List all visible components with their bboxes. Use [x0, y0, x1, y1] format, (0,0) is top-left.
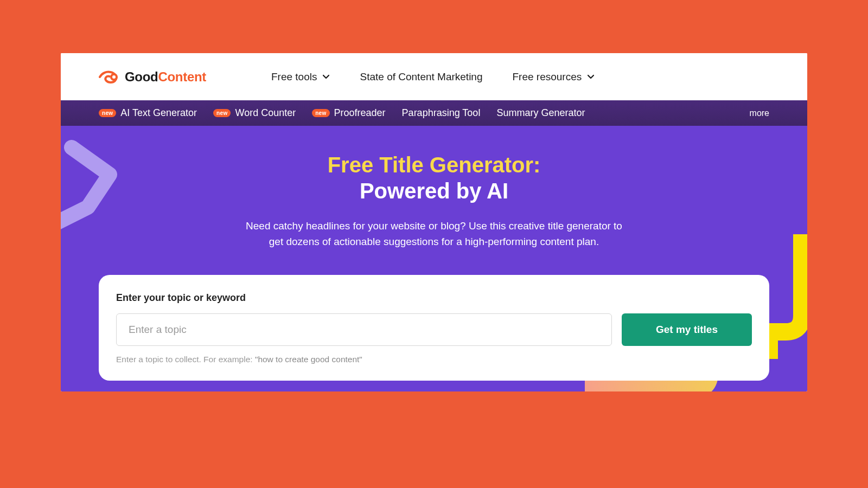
nav-free-tools[interactable]: Free tools [271, 71, 330, 83]
subnav-ai-text-generator[interactable]: new AI Text Generator [99, 107, 197, 119]
subnav-label: Paraphrasing Tool [402, 107, 481, 119]
subnav-label: Word Counter [235, 107, 296, 119]
top-navbar: GoodContent Free tools State of Content … [61, 53, 807, 100]
input-row: Get my titles [116, 313, 752, 346]
hero-section: Free Title Generator: Powered by AI Need… [61, 126, 807, 391]
hint-example: "how to create good content" [255, 355, 362, 364]
new-badge: new [312, 109, 329, 117]
hero-title: Free Title Generator: Powered by AI [61, 152, 807, 204]
svg-point-1 [112, 75, 116, 79]
subnav-summary-generator[interactable]: Summary Generator [496, 107, 585, 119]
subnav-word-counter[interactable]: new Word Counter [213, 107, 296, 119]
tools-subnav-left: new AI Text Generator new Word Counter n… [99, 107, 733, 119]
subnav-proofreader[interactable]: new Proofreader [312, 107, 385, 119]
subnav-label: Summary Generator [496, 107, 585, 119]
primary-nav: Free tools State of Content Marketing Fr… [271, 71, 595, 83]
get-titles-button[interactable]: Get my titles [622, 313, 752, 346]
nav-state-of-content-marketing[interactable]: State of Content Marketing [360, 71, 482, 83]
topic-hint: Enter a topic to collect. For example: "… [116, 355, 752, 364]
hint-prefix: Enter a topic to collect. For example: [116, 355, 255, 364]
nav-label: State of Content Marketing [360, 71, 482, 83]
new-badge: new [99, 109, 116, 117]
hero-description: Need catchy headlines for your website o… [239, 218, 629, 250]
hero-title-line2: Powered by AI [61, 178, 807, 204]
hero-title-line1: Free Title Generator: [61, 152, 807, 178]
brand-logo[interactable]: GoodContent [99, 69, 206, 85]
nav-label: Free resources [513, 71, 582, 83]
nav-free-resources[interactable]: Free resources [513, 71, 595, 83]
brand-text-good: Good [125, 69, 158, 84]
subnav-label: Proofreader [334, 107, 386, 119]
hero-content: Free Title Generator: Powered by AI Need… [61, 126, 807, 250]
chevron-down-icon [322, 74, 330, 80]
new-badge: new [213, 109, 231, 117]
chevron-down-icon [587, 74, 595, 80]
subnav-paraphrasing-tool[interactable]: Paraphrasing Tool [402, 107, 481, 119]
nav-label: Free tools [271, 71, 317, 83]
decorative-squiggle-right [764, 234, 807, 361]
brand-text: GoodContent [125, 69, 206, 85]
topic-input-card: Enter your topic or keyword Get my title… [99, 275, 769, 381]
brand-text-content: Content [158, 69, 206, 84]
subnav-label: AI Text Generator [120, 107, 197, 119]
topic-input-label: Enter your topic or keyword [116, 292, 752, 304]
tools-subnav: new AI Text Generator new Word Counter n… [61, 100, 807, 126]
subnav-more[interactable]: more [750, 108, 769, 118]
app-frame: GoodContent Free tools State of Content … [61, 53, 807, 391]
flame-icon [99, 70, 119, 84]
topic-input[interactable] [116, 313, 612, 346]
